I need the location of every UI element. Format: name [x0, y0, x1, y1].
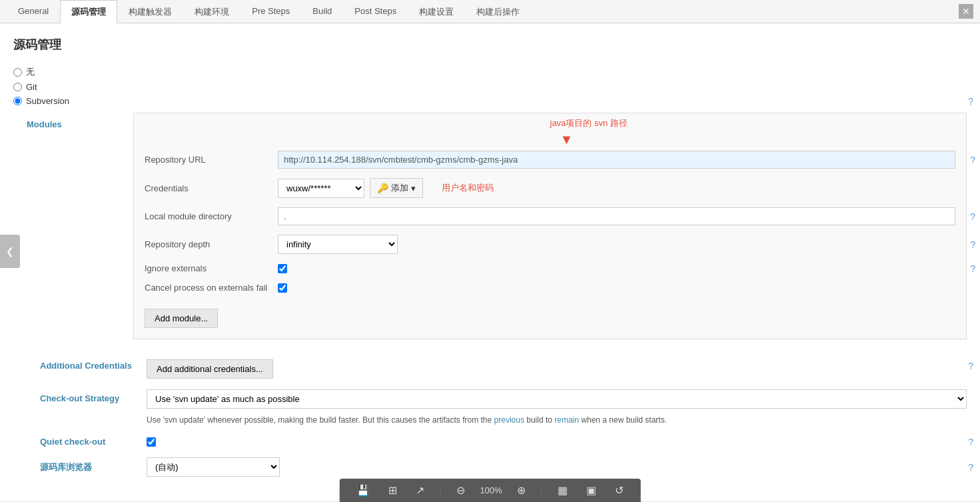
repo-url-help-icon[interactable]: ?: [970, 155, 975, 165]
scm-none-radio[interactable]: [13, 68, 22, 77]
bottom-toolbar: 💾 ⊞ ↗ | ⊖ 100% ⊕ | ▦ ▣ ↺: [339, 479, 641, 501]
tab-poststeps[interactable]: Post Steps: [343, 0, 408, 23]
scm-git-label[interactable]: Git: [26, 82, 37, 92]
page-title: 源码管理: [13, 37, 967, 53]
toolbar-fit-button[interactable]: ⊞: [384, 483, 401, 498]
checkout-strategy-label: Check-out Strategy: [40, 389, 133, 403]
repo-depth-row: Repository depth infinity empty files im…: [145, 235, 955, 254]
additional-cred-label: Additional Credentials: [40, 361, 133, 371]
local-dir-row: Local module directory ?: [145, 207, 955, 225]
browser-label: 源码库浏览器: [40, 461, 133, 473]
repository-url-row: java项目的 svn 路径 ▼ Repository URL ?: [145, 151, 955, 169]
local-dir-help-icon[interactable]: ?: [970, 211, 975, 222]
quiet-checkout-label: Quiet check-out: [40, 437, 133, 447]
credentials-select[interactable]: wuxw/******: [278, 179, 364, 198]
toolbar-divider-2: |: [540, 485, 543, 497]
highlight-remain: remain: [554, 415, 579, 425]
scm-git-radio-row: Git: [13, 82, 967, 92]
ignore-externals-help-icon[interactable]: ?: [970, 263, 975, 274]
repo-url-control: [278, 151, 955, 169]
cancel-process-checkbox[interactable]: [278, 283, 287, 293]
checkout-strategy-right: Use 'svn update' as much as possible Alw…: [147, 389, 967, 426]
scm-none-label[interactable]: 无: [26, 66, 35, 78]
scm-svn-label[interactable]: Subversion: [26, 96, 69, 106]
repo-depth-select[interactable]: infinity empty files immediates: [278, 235, 398, 254]
toolbar-refresh-button[interactable]: ↺: [611, 483, 628, 498]
repo-depth-label: Repository depth: [145, 239, 278, 249]
quiet-checkout-help-icon[interactable]: ?: [968, 437, 973, 447]
close-button[interactable]: ✕: [959, 4, 973, 19]
collapse-icon: ❮: [6, 246, 14, 257]
toolbar-export-button[interactable]: ↗: [412, 483, 428, 498]
quiet-checkout-checkbox[interactable]: [147, 437, 156, 447]
checkout-select-row: Use 'svn update' as much as possible Alw…: [147, 389, 967, 409]
modules-label: Modules: [27, 113, 120, 129]
key-icon: 🔑: [377, 183, 388, 193]
cancel-process-control: [278, 283, 955, 293]
tab-bar: General 源码管理 构建触发器 构建环境 Pre Steps Build …: [0, 0, 980, 23]
toolbar-divider-1: |: [439, 485, 442, 497]
scm-svn-radio[interactable]: [13, 97, 22, 105]
svn-annotation-text: java项目的 svn 路径: [550, 117, 628, 129]
ignore-externals-control: [278, 264, 955, 273]
toolbar-zoom-level: 100%: [480, 485, 502, 495]
repo-url-label: Repository URL: [145, 155, 278, 165]
credentials-row: Credentials wuxw/****** 🔑 添加 ▾ 用户名和密码: [145, 178, 955, 198]
credentials-add-button[interactable]: 🔑 添加 ▾: [370, 178, 423, 198]
add-btn-label: 添加: [391, 182, 408, 194]
toolbar-grid-button[interactable]: ▦: [554, 483, 572, 498]
tab-settings[interactable]: 构建设置: [408, 0, 465, 23]
tab-postbuild[interactable]: 构建后操作: [465, 0, 531, 23]
toolbar-save-button[interactable]: 💾: [352, 483, 374, 498]
svn-help-icon[interactable]: ?: [968, 96, 973, 107]
cancel-process-label: Cancel process on externals fail: [145, 283, 278, 293]
tab-general[interactable]: General: [7, 0, 60, 23]
additional-credentials-section: Additional Credentials Add additional cr…: [40, 353, 967, 379]
ignore-externals-label: Ignore externals: [145, 263, 278, 273]
page-content: 源码管理 无 Git Subversion ? Modules java项目的 …: [0, 23, 980, 501]
ignore-externals-checkbox[interactable]: [278, 264, 287, 273]
checkout-strategy-section: Check-out Strategy Use 'svn update' as m…: [40, 389, 967, 426]
add-module-row: Add module...: [145, 302, 955, 328]
additional-cred-help-icon[interactable]: ?: [968, 361, 973, 371]
browser-help-icon[interactable]: ?: [968, 462, 973, 473]
checkout-strategy-select[interactable]: Use 'svn update' as much as possible Alw…: [147, 389, 967, 409]
local-dir-control: [278, 207, 955, 225]
repo-depth-help-icon[interactable]: ?: [970, 239, 975, 250]
modules-box: java项目的 svn 路径 ▼ Repository URL ? Creden…: [133, 113, 967, 339]
repo-depth-control: infinity empty files immediates: [278, 235, 955, 254]
local-dir-label: Local module directory: [145, 211, 278, 221]
credentials-label: Credentials: [145, 183, 278, 193]
checkout-description: Use 'svn update' whenever possible, maki…: [147, 414, 967, 426]
tab-source[interactable]: 源码管理: [60, 0, 117, 23]
add-additional-cred-button[interactable]: Add additional credentials...: [147, 359, 273, 379]
local-dir-input[interactable]: [278, 207, 955, 225]
credentials-control: wuxw/****** 🔑 添加 ▾ 用户名和密码: [278, 178, 955, 198]
scm-git-radio[interactable]: [13, 83, 22, 91]
scm-subversion-radio-row: Subversion ?: [13, 96, 967, 106]
svn-annotation-arrow: ▼: [560, 132, 574, 147]
scm-none-radio-row: 无: [13, 66, 967, 78]
side-collapse-button[interactable]: ❮: [0, 235, 20, 268]
ignore-externals-row: Ignore externals ?: [145, 263, 955, 273]
tab-presteps[interactable]: Pre Steps: [241, 0, 301, 23]
tab-triggers[interactable]: 构建触发器: [117, 0, 183, 23]
add-module-button[interactable]: Add module...: [145, 309, 218, 328]
tab-build[interactable]: Build: [301, 0, 343, 23]
modules-section: Modules java项目的 svn 路径 ▼ Repository URL …: [27, 113, 967, 477]
add-btn-dropdown-icon: ▾: [411, 183, 416, 193]
toolbar-zoom-in-button[interactable]: ⊕: [513, 483, 530, 498]
toolbar-zoom-out-button[interactable]: ⊖: [452, 483, 469, 498]
tab-env[interactable]: 构建环境: [183, 0, 241, 23]
quiet-checkout-section: Quiet check-out ?: [40, 437, 967, 447]
cred-annotation-text: 用户名和密码: [442, 182, 494, 194]
toolbar-layout-button[interactable]: ▣: [582, 483, 600, 498]
browser-select[interactable]: (自动) WebSVN ViewVC Assembla CollabNet: [147, 457, 280, 477]
browser-section: 源码库浏览器 (自动) WebSVN ViewVC Assembla Colla…: [40, 457, 967, 477]
cancel-process-row: Cancel process on externals fail: [145, 283, 955, 293]
highlight-previous: previous: [494, 415, 524, 425]
repo-url-input[interactable]: [278, 151, 955, 169]
